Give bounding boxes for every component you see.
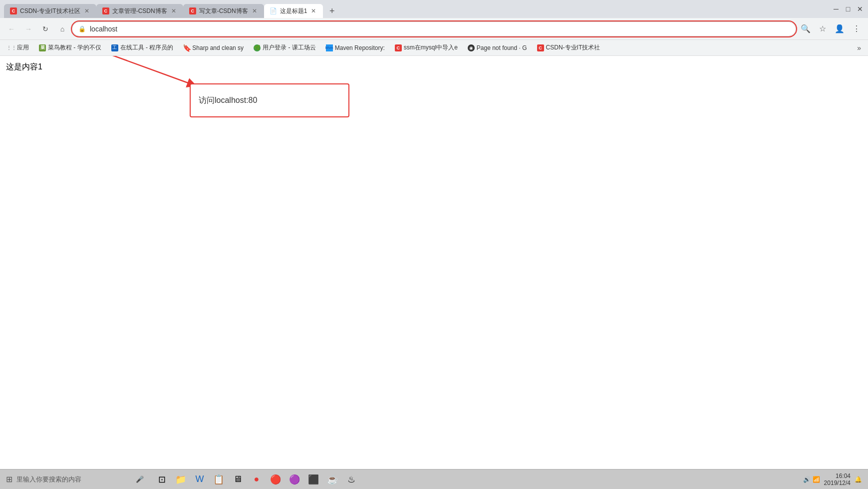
taskbar-right: 🔊 📶 16:04 2019/12/4 🔔 [797,473,868,487]
home-button[interactable]: ⌂ [55,21,70,36]
tab-close-3[interactable]: ✕ [251,7,258,15]
tab-title1[interactable]: 📄 这是标题1 ✕ [264,4,323,18]
csdn-last-icon: C [537,44,544,51]
ssm-icon: C [395,44,402,51]
bookmark-label-maven: Maven Repository: [335,44,385,51]
maven-icon: Mvn [326,44,333,51]
tab-favicon-1: C [10,7,17,14]
taskbar-notification-icon: 🔔 [855,476,862,483]
tab-csdn-2[interactable]: C 文章管理-CSDN博客 ✕ [96,4,183,18]
bookmarks-more-button[interactable]: » [854,43,864,53]
taskbar-windows-icon: ⊞ [6,475,12,484]
window-controls: ─ □ ✕ [832,5,864,13]
taskbar-icon-java2[interactable]: ♨ [343,472,359,488]
forward-button[interactable]: → [21,21,36,36]
tab-csdn-1[interactable]: C CSDN-专业IT技术社区 ✕ [4,4,96,18]
refresh-button[interactable]: ↻ [38,21,53,36]
annotation-box-text: 访问localhost:80 [199,95,257,106]
bookmark-label-runoob: 菜鸟教程 - 学的不仅 [48,43,101,52]
taskbar-time-value: 16:04 [824,473,851,480]
nav-right-icons: 🔍 ☆ 👤 ⋮ [798,21,864,36]
tab-close-4[interactable]: ✕ [310,7,317,15]
window-titlebar: C CSDN-专业IT技术社区 ✕ C 文章管理-CSDN博客 ✕ C 写文章-… [0,0,868,18]
address-text: localhost [90,25,790,33]
profile-button[interactable]: 👤 [832,21,847,36]
tools-icon: 工 [111,44,118,51]
bookmark-maven[interactable]: Mvn Maven Repository: [322,43,389,52]
taskbar-date-value: 2019/12/4 [824,480,851,487]
bookmark-label-csdn-last: CSDN-专业IT技术社 [546,43,600,52]
bookmark-apps[interactable]: ⋮⋮ 应用 [4,42,33,53]
maximize-button[interactable]: □ [844,5,852,13]
search-icon: 🔍 [801,24,811,33]
tab-label-1: CSDN-专业IT技术社区 [20,7,80,15]
search-button[interactable]: 🔍 [798,21,813,36]
bookmarks-bar: ⋮⋮ 应用 菜 菜鸟教程 - 学的不仅 工 在线工具 - 程序员的 🔖 Shar… [0,40,868,56]
taskbar-icon-folder[interactable]: 📁 [173,472,189,488]
taskbar-search[interactable]: ⊞ 里输入你要搜索的内容 🎤 [0,475,150,484]
bookmark-label-github: Page not found · G [477,44,527,51]
github-icon: ◉ [468,44,475,51]
bookmark-label-tools: 在线工具 - 程序员的 [120,43,174,52]
bookmark-label-apps: 应用 [17,43,29,52]
tab-favicon-2: C [102,7,109,14]
home-icon: ⌂ [60,25,64,33]
profile-icon: 👤 [835,24,845,33]
taskbar-icon-word[interactable]: W [192,472,208,488]
navigation-bar: ← → ↻ ⌂ 🔒 localhost 🔍 ☆ 👤 ⋮ [0,18,868,40]
taskbar-clock: 16:04 2019/12/4 [824,473,851,487]
star-icon: ☆ [819,24,826,33]
forward-icon: → [25,25,32,33]
apps-icon: ⋮⋮ [8,44,15,51]
taskbar-search-text: 里输入你要搜索的内容 [16,475,81,484]
tab-label-4: 这是标题1 [280,7,307,15]
tab-csdn-3[interactable]: C 写文章-CSDN博客 ✕ [183,4,264,18]
tab-close-2[interactable]: ✕ [170,7,177,15]
taskbar-icon-app1[interactable]: 📋 [211,472,227,488]
lock-icon: 🔒 [78,25,86,32]
bookmark-label-sharp: Sharp and clean sy [192,44,244,51]
bookmark-label-user: 用户登录 - 课工场云 [263,43,316,52]
taskbar: ⊞ 里输入你要搜索的内容 🎤 ⊡ 📁 W 📋 🖥 ● 🔴 🟣 ⬛ ☕ ♨ 🔊 📶… [0,469,868,489]
minimize-button[interactable]: ─ [832,5,840,13]
menu-icon: ⋮ [853,24,861,33]
bookmark-tools[interactable]: 工 在线工具 - 程序员的 [107,42,178,53]
taskbar-icon-blue[interactable]: ⬛ [305,472,321,488]
tab-label-3: 写文章-CSDN博客 [199,7,248,15]
runoob-icon: 菜 [39,44,46,51]
tab-label-2: 文章管理-CSDN博客 [112,7,167,15]
bookmark-runoob[interactable]: 菜 菜鸟教程 - 学的不仅 [35,42,105,53]
tabs-container: C CSDN-专业IT技术社区 ✕ C 文章管理-CSDN博客 ✕ C 写文章-… [4,0,826,18]
taskbar-icon-purple[interactable]: 🟣 [287,472,302,488]
menu-button[interactable]: ⋮ [849,21,864,36]
sharp-icon: 🔖 [183,44,190,51]
taskbar-pinned-icons: ⊡ 📁 W 📋 🖥 ● 🔴 🟣 ⬛ ☕ ♨ [150,472,363,488]
bookmark-sharp[interactable]: 🔖 Sharp and clean sy [179,43,248,52]
annotation-box: 访问localhost:80 [190,83,349,117]
taskbar-icon-multiwindow[interactable]: ⊡ [154,472,170,488]
new-tab-button[interactable]: + [325,4,339,18]
bookmark-ssm[interactable]: C ssm在mysql中导入e [391,42,462,53]
taskbar-icon-app2[interactable]: 🖥 [230,472,246,488]
bookmark-label-ssm: ssm在mysql中导入e [404,43,458,52]
back-button[interactable]: ← [4,21,19,36]
page-content-text: 这是内容1 [6,62,862,72]
page-content: 这是内容1 访问localhost:80 [0,56,868,469]
taskbar-icon-java[interactable]: ☕ [324,472,340,488]
close-button[interactable]: ✕ [856,5,864,13]
bookmark-csdn-last[interactable]: C CSDN-专业IT技术社 [533,42,604,53]
tab-favicon-3: C [189,7,196,14]
annotation-svg [0,56,868,469]
taskbar-icon-red-app[interactable]: 🔴 [268,472,284,488]
back-icon: ← [8,25,15,33]
taskbar-icon-chrome[interactable]: ● [249,472,265,488]
taskbar-systray: 🔊 📶 [803,476,820,483]
bookmark-button[interactable]: ☆ [815,21,830,36]
bookmark-page-not-found[interactable]: ◉ Page not found · G [464,43,531,52]
user-login-icon: 🌿 [254,44,261,51]
refresh-icon: ↻ [42,25,48,33]
bookmark-user-login[interactable]: 🌿 用户登录 - 课工场云 [250,42,320,53]
taskbar-mic-icon: 🎤 [136,476,144,483]
tab-close-1[interactable]: ✕ [83,7,90,15]
address-bar[interactable]: 🔒 localhost [72,21,796,36]
